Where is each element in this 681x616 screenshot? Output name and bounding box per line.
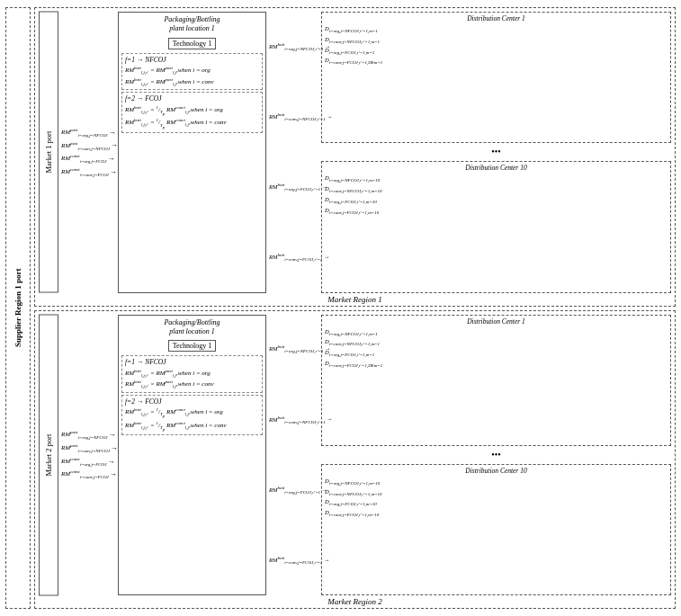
formula-2-1: RMbottl,f,r' = RMpastl,f,when i = org [125,367,259,379]
fm2-3: RMbotti=org,f=FCOJ,r'=1 → [269,486,318,495]
plant-1-title: Packaging/Bottlingplant location 1 [121,15,263,34]
formula-2-4: RMbottl,f,r' = 1/Tp RMconctl,f,when i = … [125,419,259,433]
dots-1: ••• [321,147,671,157]
dc2-1-title: Distribution Center 1 [325,317,668,326]
dc1-10-line4: Di=conv,f=FCOJ,r'=1,m=10 [325,206,668,217]
market-2-inner: Market 2 port RMpasti=org,f=NFCOJ RMpast… [39,315,671,596]
dist-center-1-10: Distribution Center 10 Di=org,f=NFCOJ,r'… [321,161,671,292]
flow-label-2-4: RMconsti=conv,f=FCOJ [61,469,115,479]
formula-1-4: RMbottl,f,r' = 1/Tp RMconctl,f,when i = … [125,117,259,130]
dist-centers-2: Distribution Center 1 Di=org,f=NFCOJ,r'=… [321,315,671,596]
plant-1-section-fcoj: f=2 → FCOJ RMbottl,f,r' = 1/Tp RMconctl,… [121,92,263,132]
flow-label-1-2: RMpasti=conv,f=NFCOJ [61,141,115,151]
plant-2-section-fcoj: f=2 → FCOJ RMbottl,f,r' = 1/Tp RMconctl,… [121,395,263,435]
flow-label-2-3: RMconsti=org,f=FCOJ [61,457,115,467]
packaging-plant-2: Packaging/Bottlingplant location 1 Techn… [118,315,266,596]
formula-2-3: RMbottl,f,r' = 1/Tp RMconctl,f,when i = … [125,406,259,420]
dist-center-2-1: Distribution Center 1 Di=org,f=NFCOJ,r'=… [321,315,671,446]
dc2-10-line2: Di=conv,f=NFCOJ,r'=1,m=10 [325,487,668,498]
dc1-1-title: Distribution Center 1 [325,14,668,22]
dc1-10-line1: Di=org,f=NFCOJ,r'=1,m=10 [325,174,668,184]
flow-label-2-1: RMpasti=org,f=NFCOJ [61,430,115,440]
fm1-3: RMbotti=org,f=FCOJ,r'=1 → [269,183,318,192]
market-2-port: Market 2 port [39,315,58,596]
flow-label-1-1: RMpasti=org,f=NFCOJ [61,128,115,138]
flow-label-1-3: RMconsti=org,f=FCOJ [61,154,115,164]
dc1-10-line3: Di=org,f=FCOJ,r'=1,m=10 [325,195,668,206]
fm2-1: RMbotti=org,f=NFCOJ,r'=1 → [269,344,318,353]
dc2-10-line3: Di=org,f=FCOJ,r'=1,m=10 [325,497,668,508]
plant-2-title: Packaging/Bottlingplant location 1 [121,318,263,337]
formula-1-1: RMbottl,f,r' = RMpastl,f,when i = org [125,65,259,76]
dc1-1-line4: Di=conv,f=FCOJ,r'=1,DEm=1 [325,56,668,67]
flow-middle-2: RMbotti=org,f=NFCOJ,r'=1 → RMbotti=conv,… [269,315,318,596]
market-region-1-label: Market Region 1 [327,295,381,304]
market-1-port-label: Market 1 port [44,131,53,174]
packaging-plant-1: Packaging/Bottlingplant location 1 Techn… [118,12,266,293]
section1-label-2: f=1 → NFCOJ [125,358,259,366]
flow-label-2-2: RMpasti=conv,f=NFCOJ [61,443,115,453]
dc1-10-line2: Di=conv,f=NFCOJ,r'=1,m=10 [325,184,668,195]
flow-left-2: RMpasti=org,f=NFCOJ RMpasti=conv,f=NFCOJ… [61,315,115,596]
dc2-1-line1: Di=org,f=NFCOJ,r'=1,m=1 [325,327,668,338]
dc2-1-line2: Di=conv,f=NFCOJ,r'=1,m=1 [325,337,668,348]
dc1-1-line2: Di=conv,f=NFCOJ,r'=1,m=1 [325,35,668,46]
market-2-port-label: Market 2 port [44,433,53,476]
markets-column: Market 1 port RMpasti=org,f=NFCOJ RMpast… [34,7,676,609]
supplier-text: Supplier Region 1 port [13,269,22,348]
section2-label-2: f=2 → FCOJ [125,397,259,406]
dc1-10-title: Distribution Center 10 [325,164,668,172]
plant-1-section-nfcoj: f=1 → NFCOJ RMbottl,f,r' = RMpastl,f,whe… [121,53,263,90]
formula-1-2: RMbottl,f,r' = RMpastl,f,when i = conv [125,76,259,88]
dc1-1-line3: Di=org,f=FCOJ,r'=1,m=1 [325,46,668,57]
dc1-1-line1: Di=org,f=NFCOJ,r'=1,m=1 [325,24,668,35]
dc2-10-title: Distribution Center 10 [325,467,668,475]
flow-middle-1: RMbotti=org,f=NFCOJ,r'=1 → RMbotti=conv,… [269,12,318,293]
market-region-2-label: Market Region 2 [327,597,381,606]
fm1-2: RMbotti=conv,f=NFCOJ,r'=1 → [269,112,318,121]
fm2-2: RMbotti=conv,f=NFCOJ,r'=1 → [269,415,318,424]
dots-2: ••• [321,450,671,460]
plant-2-section-nfcoj: f=1 → NFCOJ RMbottl,f,r' = RMpastl,f,whe… [121,355,263,392]
dc2-10-line1: Di=org,f=NFCOJ,r'=1,m=10 [325,477,668,487]
dist-center-1-1: Distribution Center 1 Di=org,f=NFCOJ,r'=… [321,12,671,143]
dc2-1-line4: Di=conv,f=FCOJ,r'=1,DEm=1 [325,359,668,370]
formula-2-2: RMbottl,f,r' = RMpastl,f,when i = conv [125,379,259,390]
flow-label-1-4: RMconsti=conv,f=FCOJ [61,167,115,177]
technology-1-box: Technology 1 [168,38,217,49]
section2-label-1: f=2 → FCOJ [125,94,259,103]
flow-middle-2-group: RMbotti=org,f=NFCOJ,r'=1 → RMbotti=conv,… [269,315,318,596]
formula-1-3: RMbottl,f,r' = 1/Tp RMconctl,f,when i = … [125,103,259,117]
dc2-1-line3: Di=org,f=FCOJ,r'=1,m=1 [325,348,668,359]
fm1-4: RMbotti=conv,f=FCOJ,r'=1 → [269,253,318,262]
section1-label-1: f=1 → NFCOJ [125,56,259,64]
market-1-inner: Market 1 port RMpasti=org,f=NFCOJ RMpast… [39,12,671,293]
market-1-port: Market 1 port [39,12,58,293]
fm1-1: RMbotti=org,f=NFCOJ,r'=1 → [269,42,318,51]
technology-2-box: Technology 1 [168,340,217,352]
supplier-region-label: Supplier Region 1 port [5,7,31,609]
dist-centers-1: Distribution Center 1 Di=org,f=NFCOJ,r'=… [321,12,671,293]
flow-left-1: RMpasti=org,f=NFCOJ RMpasti=conv,f=NFCOJ… [61,12,115,293]
dc2-10-line4: Di=conv,f=FCOJ,r'=1,m=10 [325,508,668,519]
dist-center-2-10: Distribution Center 10 Di=org,f=NFCOJ,r'… [321,464,671,595]
market-region-2: Market 2 port RMpasti=org,f=NFCOJ RMpast… [34,310,676,610]
fm2-4: RMbotti=conv,f=FCOJ,r'=1 → [269,556,318,565]
market-region-1: Market 1 port RMpasti=org,f=NFCOJ RMpast… [34,7,676,307]
flow-middle-1-group: RMbotti=org,f=NFCOJ,r'=1 → RMbotti=conv,… [269,12,318,293]
